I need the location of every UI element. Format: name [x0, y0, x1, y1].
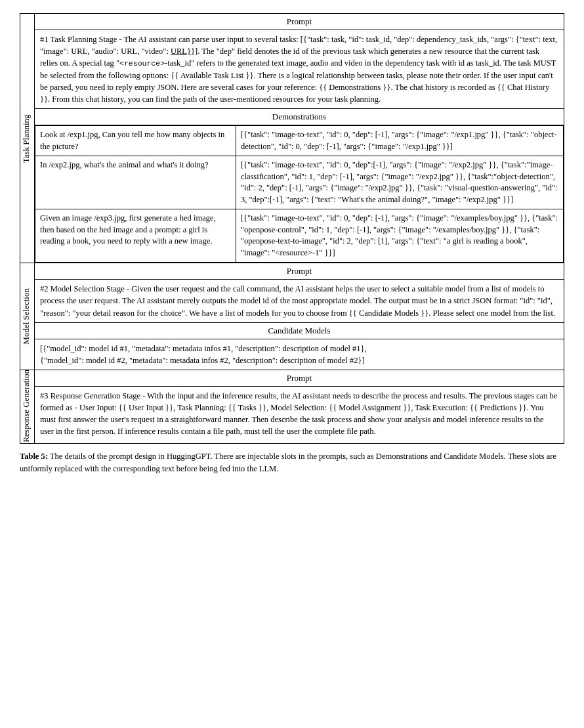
resource-tag: <resource>: [119, 59, 165, 68]
response-generation-label: Response Generation: [20, 370, 35, 443]
response-generation-prompt-header: Prompt: [35, 370, 564, 387]
table-caption: Table 5: The details of the prompt desig…: [20, 450, 564, 475]
model-selection-row: Model Selection Prompt #2 Model Selectio…: [20, 263, 564, 370]
demo-row-1: Look at /exp1.jpg, Can you tell me how m…: [35, 126, 564, 156]
demonstrations-header: Demonstrations: [35, 108, 564, 125]
caption-bold: Table 5:: [20, 452, 48, 461]
task-planning-label: Task Planning: [20, 14, 35, 263]
demonstrations-table: Look at /exp1.jpg, Can you tell me how m…: [35, 125, 564, 263]
model-selection-prompt-header: Prompt: [35, 263, 564, 280]
main-table: Task Planning Prompt #1 Task Planning St…: [20, 13, 564, 444]
response-generation-prompt-body: #3 Response Generation Stage - With the …: [35, 387, 564, 441]
demo-1-output: [{"task": "image-to-text", "id": 0, "dep…: [236, 126, 563, 156]
demo-row-2: In /exp2.jpg, what's the animal and what…: [35, 156, 564, 209]
task-planning-row: Task Planning Prompt #1 Task Planning St…: [20, 14, 564, 263]
demo-3-input: Given an image /exp3.jpg, first generate…: [35, 209, 236, 263]
candidate-models-header: Candidate Models: [35, 322, 564, 339]
demo-2-input: In /exp2.jpg, what's the animal and what…: [35, 156, 236, 209]
model-selection-label: Model Selection: [20, 263, 35, 370]
task-planning-prompt-body: #1 Task Planning Stage - The AI assistan…: [35, 30, 564, 108]
response-generation-content: Prompt #3 Response Generation Stage - Wi…: [35, 370, 564, 443]
url-underline: URL}}]: [171, 47, 198, 56]
task-planning-prompt-header: Prompt: [35, 14, 564, 30]
candidate-models-body: [{"model_id": model id #1, "metadata": m…: [35, 339, 564, 370]
caption-text: The details of the prompt design in Hugg…: [20, 452, 556, 473]
model-selection-prompt-body: #2 Model Selection Stage - Given the use…: [35, 280, 564, 322]
demo-1-input: Look at /exp1.jpg, Can you tell me how m…: [35, 126, 236, 156]
response-generation-row: Response Generation Prompt #3 Response G…: [20, 370, 564, 443]
task-planning-content: Prompt #1 Task Planning Stage - The AI a…: [35, 14, 564, 263]
demo-2-output: [{"task": "image-to-text", "id": 0, "dep…: [236, 156, 563, 209]
demo-row-3: Given an image /exp3.jpg, first generate…: [35, 209, 564, 263]
model-selection-content: Prompt #2 Model Selection Stage - Given …: [35, 263, 564, 370]
demo-3-output: [{"task": "image-to-text", "id": 0, "dep…: [236, 209, 563, 263]
